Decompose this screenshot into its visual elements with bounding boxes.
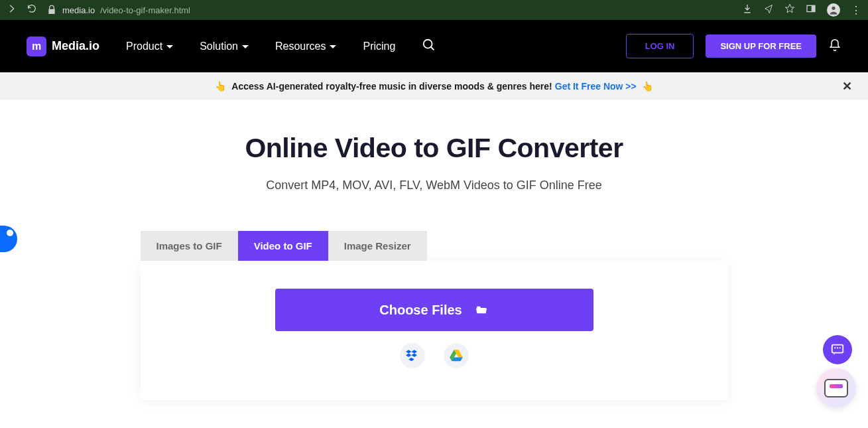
search-icon [422, 38, 436, 52]
search-button[interactable] [422, 38, 436, 55]
close-promo-button[interactable]: ✕ [842, 79, 852, 94]
promo-banner: 👆 Access AI-generated royalty-free music… [0, 72, 868, 100]
page-main: Online Video to GIF Converter Convert MP… [0, 100, 868, 400]
help-fab[interactable] [816, 368, 856, 408]
dropbox-button[interactable] [400, 343, 425, 368]
chat-fab[interactable] [823, 335, 852, 364]
nav-pricing-label: Pricing [363, 40, 395, 52]
download-icon[interactable] [742, 3, 753, 17]
nav-resources[interactable]: Resources [275, 40, 336, 52]
reload-icon[interactable] [27, 3, 37, 17]
page-title: Online Video to GIF Converter [0, 133, 868, 164]
nav-product-label: Product [126, 40, 162, 52]
chat-icon [830, 342, 845, 357]
nav-solution[interactable]: Solution [200, 40, 249, 52]
kebab-menu-icon[interactable]: ⋮ [851, 4, 861, 17]
chevron-down-icon [166, 45, 173, 48]
svg-point-3 [424, 39, 432, 48]
chevron-down-icon [242, 45, 249, 48]
nav-resources-label: Resources [275, 40, 326, 52]
nav-pricing[interactable]: Pricing [363, 40, 395, 52]
tool-tabs: Images to GIF Video to GIF Image Resizer [141, 231, 728, 261]
browser-toolbar: media.io/video-to-gif-maker.html ⋮ [0, 0, 868, 20]
notifications-button[interactable] [828, 38, 841, 54]
url-host: media.io [62, 5, 95, 15]
choose-files-label: Choose Files [379, 303, 462, 318]
chevron-down-icon [330, 45, 336, 48]
logo-icon: m [27, 36, 46, 56]
brand-name: Media.io [52, 39, 99, 53]
cloud-sources [141, 343, 728, 368]
google-drive-icon [450, 350, 463, 362]
svg-point-2 [832, 7, 835, 10]
nav-product[interactable]: Product [126, 40, 173, 52]
url-path: /video-to-gif-maker.html [100, 5, 190, 15]
main-nav: Product Solution Resources Pricing [126, 40, 395, 52]
dropbox-icon [406, 350, 419, 362]
folder-icon [474, 304, 489, 316]
lock-icon [46, 5, 57, 15]
tab-image-resizer[interactable]: Image Resizer [328, 231, 427, 261]
star-icon[interactable] [784, 3, 795, 17]
profile-avatar-icon[interactable] [827, 3, 840, 17]
choose-files-button[interactable]: Choose Files [275, 289, 593, 331]
address-bar[interactable]: media.io/video-to-gif-maker.html [46, 5, 190, 15]
pointer-icon: 👆 [215, 81, 226, 92]
panel-icon[interactable] [806, 3, 816, 17]
page-subtitle: Convert MP4, MOV, AVI, FLV, WebM Videos … [0, 178, 868, 192]
login-button[interactable]: LOG IN [626, 34, 694, 58]
forward-icon[interactable] [7, 3, 17, 17]
converter-panel: Images to GIF Video to GIF Image Resizer… [141, 231, 728, 400]
help-icon [824, 379, 848, 397]
signup-button[interactable]: SIGN UP FOR FREE [706, 35, 816, 58]
upload-card: Choose Files [141, 261, 728, 400]
pointer-icon: 👆 [642, 81, 653, 92]
bell-icon [828, 38, 841, 52]
share-icon[interactable] [763, 3, 774, 17]
tab-images-to-gif[interactable]: Images to GIF [141, 231, 238, 261]
google-drive-button[interactable] [444, 343, 469, 368]
tab-video-to-gif[interactable]: Video to GIF [238, 231, 328, 261]
promo-link[interactable]: Get It Free Now >> [555, 81, 637, 92]
brand-logo[interactable]: m Media.io [27, 36, 99, 56]
svg-rect-1 [812, 5, 815, 11]
site-header: m Media.io Product Solution Resources Pr… [0, 20, 868, 72]
svg-rect-4 [832, 345, 843, 353]
nav-solution-label: Solution [200, 40, 238, 52]
promo-text: Access AI-generated royalty-free music i… [231, 81, 552, 92]
